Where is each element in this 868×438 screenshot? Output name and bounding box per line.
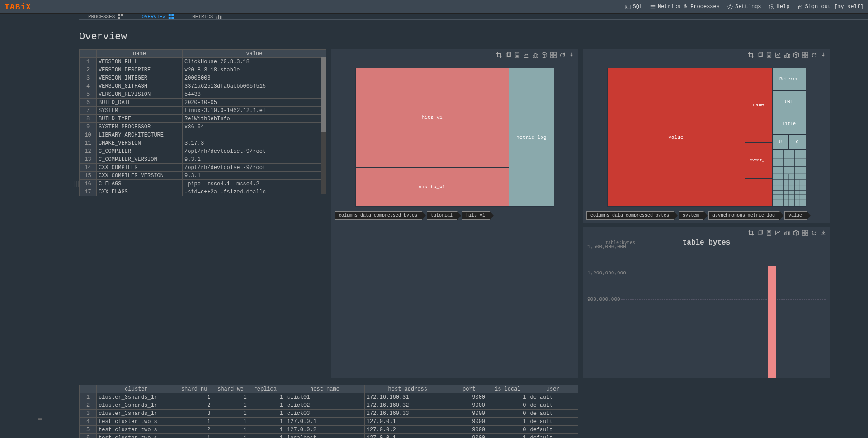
download-icon[interactable] [820,230,826,236]
panel-resize-handle[interactable]: ||| [72,181,80,187]
grid-icon[interactable] [802,52,808,58]
metrics-menu[interactable]: Metrics & Processes [650,4,720,10]
col[interactable]: port [451,385,487,393]
document-icon[interactable] [766,52,772,58]
document-icon[interactable] [514,52,520,58]
table-row[interactable]: 6BUILD_DATE2020-10-05 [80,99,326,107]
table-row[interactable]: 4VERSION_GITHASH3371a62513dfa6abbb065f51… [80,82,326,90]
svg-rect-51 [787,231,788,235]
table-row[interactable]: 14CXX_COMPILER/opt/rh/devtoolset-9/root [80,164,326,172]
grid-icon[interactable] [550,52,557,58]
bar-chart[interactable]: 900,000,0001,200,000,0001,500,000,000 [587,247,826,378]
table-row[interactable]: 13C_COMPILER_VERSION9.3.1 [80,155,326,164]
table-row[interactable]: 15CXX_COMPILER_VERSION9.3.1 [80,172,326,180]
tm-tiny-grid[interactable] [772,149,806,207]
table-row[interactable]: 6test_cluster_two_s111localhost127.0.0.1… [80,434,578,438]
info-scroll[interactable] [321,57,326,194]
tm-title[interactable]: Title [772,113,806,135]
download-icon[interactable] [568,52,575,58]
chart-icon[interactable] [523,52,529,58]
table-row[interactable]: 3VERSION_INTEGER20008003 [80,74,326,82]
crumb[interactable]: value [784,211,807,220]
table-row[interactable]: 5VERSION_REVISION54438 [80,90,326,99]
svg-rect-24 [554,56,556,58]
tm-name[interactable]: name [745,68,772,142]
col[interactable]: host_name [285,385,365,393]
tm-visits[interactable]: visits_v1 [355,167,509,207]
bars-icon[interactable] [784,52,790,58]
col[interactable]: is_local [487,385,528,393]
col[interactable]: cluster [97,385,176,393]
treemap-chart-2[interactable]: value name event_… Referer URL Title U C [607,68,806,207]
table-row[interactable]: 5test_cluster_two_s211127.0.0.2127.0.0.2… [80,426,578,434]
col[interactable]: shard_we [212,385,249,393]
crumb[interactable]: asynchronous_metric_log [708,211,780,220]
col-name[interactable]: name [97,50,183,58]
crop-icon[interactable] [748,52,754,58]
tm-u[interactable]: U [772,135,789,149]
chart-icon[interactable] [775,52,781,58]
col[interactable]: replica_ [249,385,285,393]
table-row[interactable]: 3cluster_3shards_1r311click03172.16.160.… [80,410,578,418]
tab-processes[interactable]: PROCESSES [88,14,123,19]
treemap-chart[interactable]: hits_v1 visits_v1 metric_log [355,68,554,207]
tab-metrics[interactable]: METRICS [192,14,222,19]
col[interactable]: user [528,385,578,393]
tm-small[interactable] [745,179,772,207]
signout-menu[interactable]: Sign out [my self] [797,4,863,10]
crop-icon[interactable] [748,230,754,236]
col-value[interactable]: value [183,50,326,58]
table-row[interactable]: 8BUILD_TYPERelWithDebInfo [80,115,326,123]
col[interactable]: host_address [364,385,451,393]
chart-icon[interactable] [775,230,781,236]
cube-icon[interactable] [541,52,547,58]
tm-url[interactable]: URL [772,90,806,113]
refresh-icon[interactable] [811,230,817,236]
crop-icon[interactable] [496,52,502,58]
tm-referer[interactable]: Referer [772,68,806,90]
table-row[interactable]: 4test_cluster_two_s111127.0.0.1127.0.0.1… [80,418,578,426]
crumb[interactable]: columns data_compressed_bytes [586,211,674,220]
refresh-icon[interactable] [559,52,566,58]
cube-icon[interactable] [793,230,799,236]
table-row[interactable]: 9SYSTEM_PROCESSORx86_64 [80,123,326,131]
bars-icon[interactable] [784,230,790,236]
settings-menu[interactable]: Settings [727,4,761,10]
bars-icon[interactable] [532,52,538,58]
crumb[interactable]: hits_v1 [462,211,490,220]
table-row[interactable]: 1cluster_3shards_1r111click01172.16.160.… [80,393,578,401]
table-row[interactable]: 1VERSION_FULLClickHouse 20.8.3.18 [80,58,326,66]
table-row[interactable]: 16C_FLAGS-pipe -msse4.1 -msse4.2 - [80,180,326,188]
col[interactable]: shard_nu [176,385,212,393]
copy-icon[interactable] [505,52,511,58]
tm-c[interactable]: C [789,135,806,149]
bar[interactable] [768,266,776,378]
table-row[interactable]: 17CXX_FLAGS-std=c++2a -fsized-deallo [80,188,326,196]
refresh-icon[interactable] [811,52,817,58]
table-row[interactable]: 2VERSION_DESCRIBEv20.8.3.18-stable [80,66,326,74]
tm-metriclog[interactable]: metric_log [509,68,554,207]
tm-event[interactable]: event_… [745,142,772,179]
cube-icon[interactable] [793,52,799,58]
sidebar-resize-handle[interactable]: ≡ [38,416,42,424]
crumb[interactable]: columns data_compressed_bytes [335,211,422,220]
download-icon[interactable] [820,52,826,58]
tm-value[interactable]: value [607,68,745,207]
svg-rect-29 [787,54,788,58]
copy-icon[interactable] [757,230,763,236]
tm-hits[interactable]: hits_v1 [355,68,509,167]
sql-menu[interactable]: SQL [625,4,643,10]
crumb[interactable]: system [679,211,704,220]
table-row[interactable]: 7SYSTEMLinux-3.10.0-1062.12.1.el [80,107,326,115]
table-row[interactable]: 12C_COMPILER/opt/rh/devtoolset-9/root [80,147,326,155]
table-row[interactable]: 10LIBRARY_ARCHITECTURE [80,131,326,139]
tab-overview[interactable]: OVERVIEW [142,14,174,19]
grid-icon[interactable] [802,230,808,236]
document-icon[interactable] [766,230,772,236]
svg-rect-32 [806,52,808,55]
help-menu[interactable]: ?Help [769,4,790,10]
table-row[interactable]: 2cluster_3shards_1r211click02172.16.160.… [80,401,578,410]
crumb[interactable]: tutorial [427,211,458,220]
table-row[interactable]: 11CMAKE_VERSION3.17.3 [80,139,326,147]
copy-icon[interactable] [757,52,763,58]
